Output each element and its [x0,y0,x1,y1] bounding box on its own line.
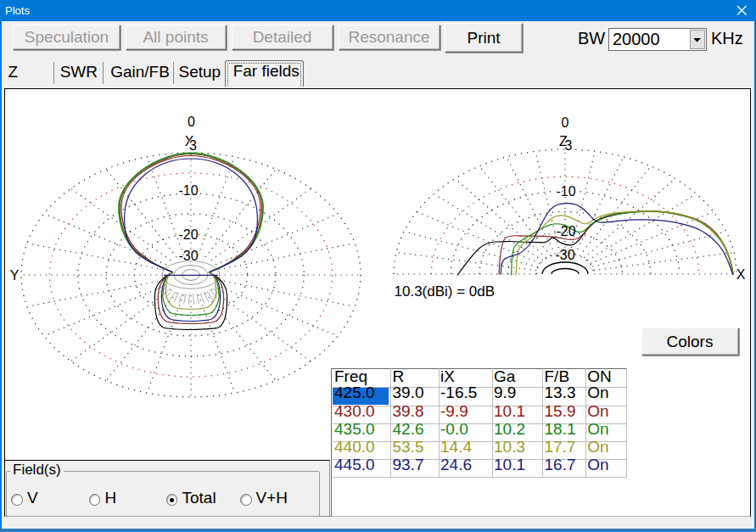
svg-text:X: X [736,267,746,282]
svg-text:-30: -30 [178,249,198,263]
svg-text:-10: -10 [178,183,198,198]
svg-text:-10: -10 [556,184,575,199]
svg-text:10.3(dBi) = 0dB: 10.3(dBi) = 0dB [395,283,496,300]
svg-text:3: 3 [189,138,197,153]
svg-text:-30: -30 [555,248,574,262]
svg-text:0: 0 [562,115,569,130]
svg-text:-20: -20 [556,224,575,238]
svg-text:0: 0 [188,115,195,129]
svg-text:Y: Y [10,268,20,283]
svg-text:3: 3 [565,138,573,153]
svg-text:-20: -20 [178,227,198,242]
